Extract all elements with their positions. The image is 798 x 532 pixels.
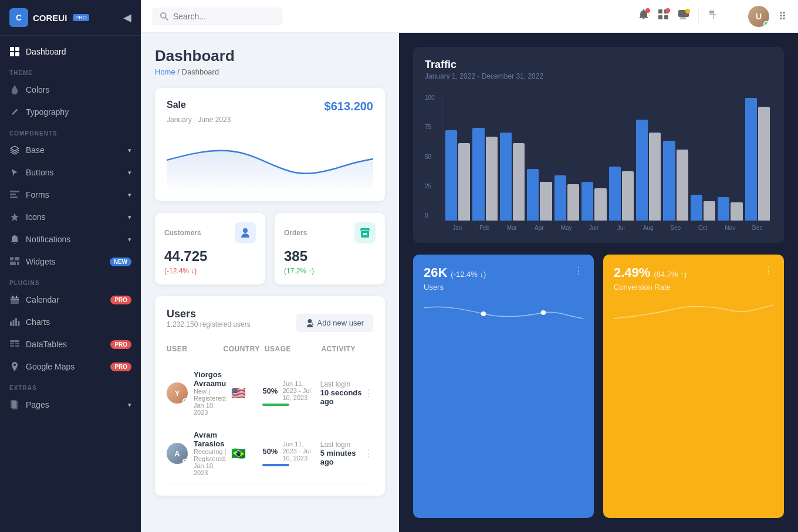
bar-white-aug (649, 133, 661, 221)
bar-blue-jun (581, 182, 593, 221)
sidebar-item-label: DataTables (26, 340, 67, 349)
topbar: U ⠿ (141, 0, 798, 33)
sidebar-item-datatables[interactable]: DataTables PRO (0, 333, 141, 355)
search-box[interactable] (153, 8, 282, 25)
sidebar-item-calendar[interactable]: Calendar PRO (0, 289, 141, 311)
svg-rect-12 (11, 297, 19, 304)
table-icon (9, 339, 20, 350)
traffic-title: Traffic (425, 59, 772, 71)
row-menu-2[interactable]: ⋮ (364, 448, 373, 459)
map-icon (9, 361, 20, 372)
users-sparkline (424, 296, 583, 326)
bar-white-feb (486, 137, 498, 221)
bar-white-jul (622, 171, 634, 221)
theme-toggle-button[interactable] (728, 9, 739, 23)
col-user: User (167, 345, 219, 353)
bar-group-apr (527, 169, 552, 221)
chart-label-jun: Jun (581, 225, 607, 231)
grid-icon (9, 46, 20, 57)
sidebar-item-widgets[interactable]: Widgets NEW (0, 250, 141, 273)
notification-badge (645, 8, 650, 13)
user-country-2: 🇧🇷 (231, 446, 258, 460)
section-theme-label: THEME (0, 63, 141, 79)
sidebar-item-icons[interactable]: Icons ▾ (0, 206, 141, 228)
user-country-1: 🇺🇸 (231, 386, 258, 400)
bar-white-dec (758, 107, 770, 221)
sidebar-item-googlemaps[interactable]: Google Maps PRO (0, 355, 141, 378)
bar-blue-oct (691, 195, 702, 221)
svg-rect-18 (15, 318, 17, 326)
traffic-bar-chart: 100 75 50 25 0 JanFebMarAprMayJunJulAugS… (425, 92, 772, 231)
sidebar-item-typography[interactable]: Typography (0, 101, 141, 123)
stat-conv-value: 2.49% (614, 265, 650, 280)
pro-badge: PRO (110, 340, 131, 349)
add-user-button[interactable]: Add new user (296, 314, 374, 332)
bar-blue-sep (663, 141, 675, 221)
svg-rect-29 (658, 9, 662, 13)
bar-white-apr (540, 182, 552, 221)
svg-point-36 (540, 310, 546, 315)
messages-button[interactable] (678, 10, 689, 22)
user-avatar[interactable]: U (748, 6, 769, 27)
sidebar-item-base[interactable]: Base ▾ (0, 139, 141, 161)
stat-menu-users[interactable]: ⋮ (574, 265, 583, 276)
breadcrumb-home[interactable]: Home (155, 67, 175, 76)
row-menu-1[interactable]: ⋮ (364, 388, 373, 399)
sidebar-item-buttons[interactable]: Buttons ▾ (0, 161, 141, 184)
bar-group-jun (581, 182, 606, 221)
widget-icon (9, 256, 20, 267)
col-activity: Activity (321, 345, 373, 353)
bar-group-feb (472, 128, 497, 221)
bar-blue-mar (500, 133, 512, 221)
tasks-button[interactable] (658, 9, 669, 23)
layers-icon (9, 145, 20, 155)
usage-bar-2 (262, 464, 289, 466)
svg-rect-17 (13, 320, 15, 326)
sidebar-item-label: Typography (26, 107, 69, 117)
svg-rect-4 (10, 191, 19, 192)
customers-card: Customers 44.725 (-12.4% ↓) (155, 213, 265, 284)
sidebar-item-label: Notifications (26, 235, 70, 244)
sidebar-item-colors[interactable]: Colors (0, 79, 141, 101)
stat-users-value: 26K (424, 265, 447, 280)
stat-users-label: Users (424, 283, 486, 292)
sale-title: Sale (167, 100, 186, 110)
svg-rect-0 (10, 47, 14, 51)
metrics-row: Customers 44.725 (-12.4% ↓) Orders (155, 213, 385, 284)
translate-button[interactable] (708, 9, 719, 23)
chart-label-jul: Jul (608, 225, 634, 231)
bar-blue-jul (609, 167, 621, 221)
stat-menu-conv[interactable]: ⋮ (764, 265, 773, 276)
bar-blue-jan (445, 130, 457, 221)
chart-label-mar: Mar (499, 225, 525, 231)
sidebar-item-forms[interactable]: Forms ▾ (0, 184, 141, 206)
svg-rect-1 (15, 47, 19, 51)
col-usage: Usage (265, 345, 317, 353)
stat-users-change: (-12.4% ↓) (451, 270, 486, 279)
usage-bar-1 (262, 404, 289, 406)
bar-group-oct (691, 195, 715, 221)
orders-change: (17.2% ↑) (284, 267, 376, 275)
add-user-label: Add new user (317, 318, 364, 327)
sidebar-item-pages[interactable]: Pages ▾ (0, 394, 141, 416)
search-input[interactable] (173, 12, 267, 21)
sidebar-item-charts[interactable]: Charts (0, 311, 141, 333)
sidebar-item-notifications[interactable]: Notifications ▾ (0, 228, 141, 250)
orders-value: 385 (284, 248, 376, 265)
sale-amount: $613.200 (324, 100, 373, 113)
svg-rect-23 (10, 345, 14, 347)
sidebar-nav: Dashboard THEME Colors Typography COMPON… (0, 36, 141, 532)
customers-value: 44.725 (164, 248, 256, 265)
svg-rect-10 (10, 262, 16, 265)
svg-rect-32 (664, 15, 668, 19)
chart-label-sep: Sep (663, 225, 688, 231)
grid-toggle-button[interactable]: ⠿ (779, 10, 786, 23)
svg-rect-22 (15, 343, 19, 344)
new-badge: NEW (110, 257, 131, 266)
svg-rect-24 (15, 345, 19, 347)
bar-group-jan (445, 130, 470, 221)
notifications-button[interactable] (638, 9, 649, 23)
sidebar-collapse-icon[interactable]: ◀ (123, 11, 131, 24)
sidebar-item-dashboard[interactable]: Dashboard (0, 40, 141, 63)
bar-group-aug (636, 120, 661, 221)
